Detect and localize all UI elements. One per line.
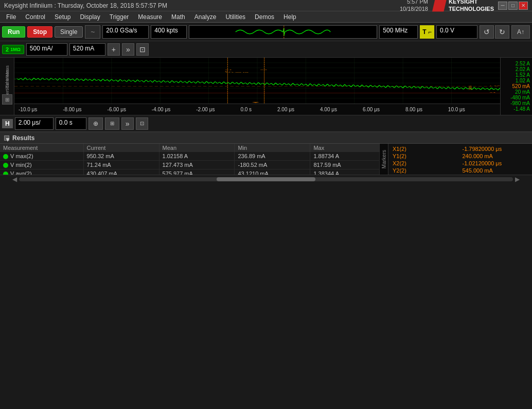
scroll-right-button[interactable]: ▶: [513, 176, 522, 183]
results-header: ▼ Results: [0, 132, 532, 144]
menu-trigger[interactable]: Trigger: [105, 12, 133, 22]
left-sidebar: Time Meas Vertical Meas ⊞: [0, 58, 14, 115]
channel-wave-button[interactable]: ⊡: [136, 43, 149, 56]
scroll-track[interactable]: [19, 177, 513, 181]
frequency-field[interactable]: 500 MHz: [379, 25, 418, 39]
stop-button[interactable]: Stop: [27, 26, 52, 38]
y2-value: 545.000 mA: [463, 167, 528, 174]
grid-button[interactable]: ⊞: [105, 117, 119, 130]
channel-add-button[interactable]: +: [108, 43, 120, 56]
meas-min-2: -180.52 mA: [235, 161, 310, 169]
channel-more-button[interactable]: »: [122, 43, 134, 56]
menu-help[interactable]: Help: [279, 12, 300, 22]
minimize-button[interactable]: ─: [498, 2, 507, 10]
x1-value: -1.79820000 μs: [463, 146, 528, 152]
results-table-area: Measurement Current Mean Min Max V max(2…: [0, 144, 380, 175]
results-body: Measurement Current Mean Min Max V max(2…: [0, 144, 532, 175]
time-scale-field[interactable]: 2.00 μs/: [15, 117, 54, 130]
y2-label: Y2(2): [393, 167, 458, 174]
menu-control[interactable]: Control: [21, 12, 49, 22]
undo-button[interactable]: ↺: [480, 25, 494, 39]
meas-name-1: V max(2): [0, 152, 83, 161]
y-label-6: -480 mA: [503, 95, 530, 100]
trigger-level-field[interactable]: 0.0 V: [436, 25, 477, 39]
zoom-button[interactable]: ⊕: [88, 117, 103, 130]
meas-max-2: 817.59 mA: [310, 161, 380, 169]
sample-rate-field[interactable]: 20.0 GSa/s: [102, 25, 149, 39]
channel-offset-field[interactable]: 520 mA: [69, 43, 105, 56]
table-row: V avg(2) 430.407 mA 575.977 mA 43.1210 m…: [0, 169, 380, 175]
trigger-waveform-display: [189, 25, 377, 39]
channel-num: 2: [6, 46, 9, 53]
y-label-3: 1.02 A: [503, 78, 530, 83]
undo-redo-group: ↺ ↻: [480, 25, 509, 39]
t-label-7: 4.00 μs: [320, 107, 337, 112]
title-right: 5:57 PM 10/18/2018 KEYSIGHT TECHNOLOGIES…: [400, 0, 528, 12]
trigger-type-label[interactable]: T ⌐: [420, 25, 434, 39]
menu-math[interactable]: Math: [167, 12, 189, 22]
svg-text:305.00 mA: 305.00 mA: [468, 86, 473, 90]
h-wave-button[interactable]: ⊡: [136, 117, 148, 130]
y-label-4: 520 mA: [503, 83, 530, 89]
scope-display-area: X1 X2 k← 777.00 ns ↓ Y2 Y1 305.00 mA: [14, 58, 500, 115]
col-measurement: Measurement: [0, 144, 83, 152]
single-button[interactable]: Single: [55, 26, 83, 38]
maximize-button[interactable]: □: [508, 2, 518, 10]
t-label-4: -2.00 μs: [196, 107, 215, 112]
col-min: Min: [235, 144, 310, 152]
menu-file[interactable]: File: [2, 12, 20, 22]
x1-label: X1(2): [393, 146, 458, 152]
svg-text:Y1: Y1: [489, 92, 496, 93]
menu-demos[interactable]: Demos: [251, 12, 278, 22]
close-button[interactable]: ✕: [519, 2, 528, 10]
menu-display[interactable]: Display: [76, 12, 104, 22]
meas-dot-2: [3, 163, 8, 168]
y1-value: 240.000 mA: [463, 153, 528, 159]
acquisition-mode-icon[interactable]: ~: [85, 25, 100, 39]
clock: 5:57 PM 10/18/2018: [400, 0, 428, 12]
meas-mean-3: 575.977 mA: [159, 169, 235, 175]
svg-text:↓ Y2: ↓ Y2: [489, 85, 500, 86]
time-position-field[interactable]: 0.0 s: [56, 117, 86, 130]
menu-analyze[interactable]: Analyze: [190, 12, 221, 22]
scroll-left-button[interactable]: ◀: [10, 176, 19, 183]
meas-current-3: 430.407 mA: [83, 169, 159, 175]
menu-utilities[interactable]: Utilities: [221, 12, 250, 22]
meas-dot-1: [3, 154, 8, 159]
meas-mean-1: 1.02158 A: [159, 152, 235, 161]
channel-bar: 2 1MΩ 500 mA/ 520 mA + » ⊡: [0, 41, 532, 58]
menu-setup[interactable]: Setup: [50, 12, 75, 22]
results-collapse-icon[interactable]: ▼: [4, 135, 9, 141]
meas-current-2: 71.24 mA: [83, 161, 159, 169]
nav-forward-button[interactable]: »: [121, 117, 134, 130]
extra-tools-button[interactable]: A↑: [511, 25, 530, 39]
t-label-0: -10.0 μs: [19, 107, 37, 112]
channel-2-badge[interactable]: 2 1MΩ: [2, 45, 24, 54]
meas-icon[interactable]: ⊞: [2, 94, 12, 105]
scope-wrapper: Time Meas Vertical Meas ⊞: [0, 58, 532, 131]
svg-text:777.00 ns: 777.00 ns: [225, 72, 249, 73]
logo-text: KEYSIGHT TECHNOLOGIES: [449, 0, 494, 12]
markers-label: Markers: [381, 150, 387, 168]
y-label-7: -980 mA: [503, 100, 530, 106]
time-axis-labels: -10.0 μs -8.00 μs -6.00 μs -4.00 μs -2.0…: [16, 107, 467, 112]
scroll-thumb[interactable]: [217, 177, 315, 181]
redo-button[interactable]: ↻: [495, 25, 509, 39]
table-row: V min(2) 71.24 mA 127.473 mA -180.52 mA …: [0, 161, 380, 169]
t-label-10: 10.0 μs: [448, 107, 465, 112]
col-mean: Mean: [159, 144, 235, 152]
t-label-8: 6.00 μs: [363, 107, 380, 112]
svg-marker-26: [252, 102, 260, 103]
run-button[interactable]: Run: [2, 26, 25, 38]
menu-measure[interactable]: Measure: [134, 12, 166, 22]
scope-display[interactable]: X1 X2 k← 777.00 ns ↓ Y2 Y1 305.00 mA: [14, 58, 500, 104]
meas-min-1: 236.89 mA: [235, 152, 310, 161]
y-label-5: 20 mA: [503, 89, 530, 95]
memory-depth-field[interactable]: 400 kpts: [151, 25, 187, 39]
vertical-meas-label: Vertical Meas: [5, 70, 10, 97]
results-table: Measurement Current Mean Min Max V max(2…: [0, 144, 380, 175]
channel-scale-field[interactable]: 500 mA/: [26, 43, 67, 56]
y-label-2: 1.52 A: [503, 72, 530, 78]
t-label-9: 8.00 μs: [405, 107, 422, 112]
scope-grid-svg: X1 X2 k← 777.00 ns ↓ Y2 Y1 305.00 mA: [14, 58, 500, 104]
